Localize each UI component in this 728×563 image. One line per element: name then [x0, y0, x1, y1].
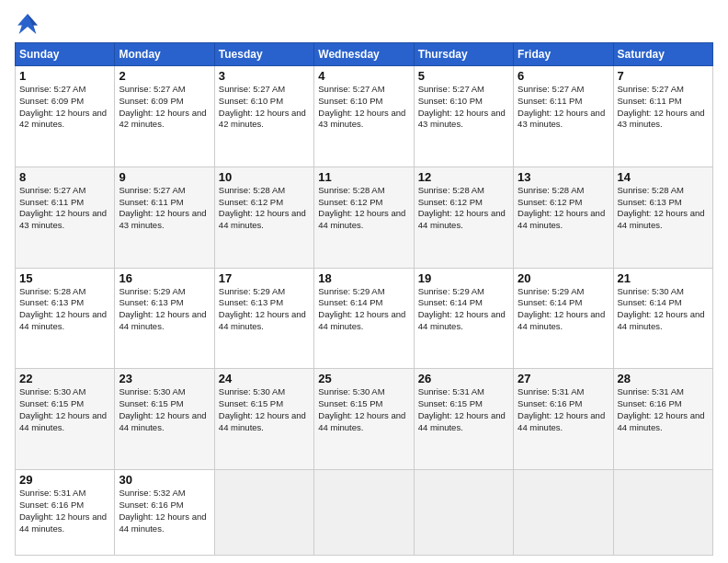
cell-content: Sunrise: 5:28 AM Sunset: 6:13 PM Dayligh…: [618, 185, 709, 232]
calendar-cell: 12 Sunrise: 5:28 AM Sunset: 6:12 PM Dayl…: [414, 167, 513, 268]
cell-content: Sunrise: 5:28 AM Sunset: 6:12 PM Dayligh…: [518, 185, 609, 232]
day-number: 24: [219, 372, 310, 385]
cell-content: Sunrise: 5:31 AM Sunset: 6:16 PM Dayligh…: [518, 386, 609, 433]
sunset: Sunset: 6:16 PM: [119, 500, 183, 510]
cell-content: Sunrise: 5:27 AM Sunset: 6:10 PM Dayligh…: [418, 84, 509, 131]
day-number: 3: [219, 69, 310, 83]
daylight: Daylight: 12 hours and 44 minutes.: [318, 208, 405, 230]
sunset: Sunset: 6:09 PM: [119, 96, 183, 106]
sunset: Sunset: 6:10 PM: [219, 96, 283, 106]
sunrise: Sunrise: 5:30 AM: [618, 286, 684, 296]
cell-content: Sunrise: 5:31 AM Sunset: 6:16 PM Dayligh…: [618, 386, 709, 433]
cell-content: Sunrise: 5:30 AM Sunset: 6:15 PM Dayligh…: [219, 386, 310, 433]
calendar-cell: 2 Sunrise: 5:27 AM Sunset: 6:09 PM Dayli…: [115, 66, 214, 167]
day-number: 18: [318, 271, 409, 285]
cell-content: Sunrise: 5:27 AM Sunset: 6:09 PM Dayligh…: [19, 84, 110, 131]
cell-content: Sunrise: 5:30 AM Sunset: 6:15 PM Dayligh…: [119, 386, 210, 433]
calendar-cell: 3 Sunrise: 5:27 AM Sunset: 6:10 PM Dayli…: [214, 66, 313, 167]
cell-content: Sunrise: 5:28 AM Sunset: 6:12 PM Dayligh…: [318, 185, 409, 232]
cell-content: Sunrise: 5:30 AM Sunset: 6:14 PM Dayligh…: [618, 286, 709, 333]
calendar-week-row: 15 Sunrise: 5:28 AM Sunset: 6:13 PM Dayl…: [16, 268, 713, 369]
sunset: Sunset: 6:14 PM: [518, 297, 582, 307]
day-header-friday: Friday: [514, 43, 613, 66]
sunrise: Sunrise: 5:27 AM: [119, 185, 185, 195]
cell-content: Sunrise: 5:32 AM Sunset: 6:16 PM Dayligh…: [119, 488, 210, 534]
calendar-cell: 10 Sunrise: 5:28 AM Sunset: 6:12 PM Dayl…: [214, 167, 313, 268]
sunrise: Sunrise: 5:32 AM: [119, 488, 185, 498]
calendar-cell: 11 Sunrise: 5:28 AM Sunset: 6:12 PM Dayl…: [314, 167, 414, 268]
sunrise: Sunrise: 5:29 AM: [219, 286, 285, 296]
day-header-monday: Monday: [115, 43, 214, 66]
daylight: Daylight: 12 hours and 44 minutes.: [618, 208, 705, 230]
sunset: Sunset: 6:14 PM: [418, 297, 483, 307]
calendar-cell: [514, 470, 613, 556]
day-number: 5: [418, 69, 509, 83]
day-header-tuesday: Tuesday: [214, 43, 313, 66]
sunrise: Sunrise: 5:29 AM: [418, 286, 484, 296]
daylight: Daylight: 12 hours and 42 minutes.: [119, 108, 206, 130]
daylight: Daylight: 12 hours and 44 minutes.: [19, 511, 107, 534]
cell-content: Sunrise: 5:29 AM Sunset: 6:14 PM Dayligh…: [418, 286, 509, 333]
daylight: Daylight: 12 hours and 44 minutes.: [318, 309, 405, 331]
daylight: Daylight: 12 hours and 42 minutes.: [219, 108, 306, 130]
cell-content: Sunrise: 5:29 AM Sunset: 6:14 PM Dayligh…: [518, 286, 609, 333]
cell-content: Sunrise: 5:29 AM Sunset: 6:13 PM Dayligh…: [119, 286, 210, 333]
day-number: 20: [518, 271, 609, 285]
sunrise: Sunrise: 5:28 AM: [19, 286, 85, 296]
calendar-cell: 25 Sunrise: 5:30 AM Sunset: 6:15 PM Dayl…: [314, 369, 414, 470]
daylight: Daylight: 12 hours and 43 minutes.: [618, 108, 705, 130]
sunset: Sunset: 6:10 PM: [418, 96, 483, 106]
sunrise: Sunrise: 5:27 AM: [19, 185, 85, 195]
day-number: 23: [119, 372, 210, 385]
day-number: 16: [119, 271, 210, 285]
cell-content: Sunrise: 5:28 AM Sunset: 6:12 PM Dayligh…: [418, 185, 509, 232]
sunset: Sunset: 6:11 PM: [119, 197, 183, 207]
sunset: Sunset: 6:15 PM: [318, 398, 382, 408]
day-number: 25: [318, 372, 409, 385]
calendar-week-row: 8 Sunrise: 5:27 AM Sunset: 6:11 PM Dayli…: [16, 167, 713, 268]
daylight: Daylight: 12 hours and 44 minutes.: [518, 208, 605, 230]
daylight: Daylight: 12 hours and 42 minutes.: [19, 108, 107, 130]
calendar-cell: 9 Sunrise: 5:27 AM Sunset: 6:11 PM Dayli…: [115, 167, 214, 268]
calendar-cell: 19 Sunrise: 5:29 AM Sunset: 6:14 PM Dayl…: [414, 268, 513, 369]
day-number: 6: [518, 69, 609, 83]
sunrise: Sunrise: 5:31 AM: [19, 488, 85, 498]
cell-content: Sunrise: 5:27 AM Sunset: 6:11 PM Dayligh…: [19, 185, 110, 232]
daylight: Daylight: 12 hours and 44 minutes.: [219, 208, 306, 230]
calendar-cell: 23 Sunrise: 5:30 AM Sunset: 6:15 PM Dayl…: [115, 369, 214, 470]
calendar-cell: 29 Sunrise: 5:31 AM Sunset: 6:16 PM Dayl…: [16, 470, 115, 556]
cell-content: Sunrise: 5:28 AM Sunset: 6:13 PM Dayligh…: [19, 286, 110, 333]
sunrise: Sunrise: 5:31 AM: [418, 386, 484, 396]
sunrise: Sunrise: 5:31 AM: [618, 386, 684, 396]
sunrise: Sunrise: 5:31 AM: [518, 386, 584, 396]
sunset: Sunset: 6:13 PM: [219, 297, 283, 307]
sunset: Sunset: 6:13 PM: [19, 297, 84, 307]
calendar-cell: 30 Sunrise: 5:32 AM Sunset: 6:16 PM Dayl…: [115, 470, 214, 556]
daylight: Daylight: 12 hours and 44 minutes.: [119, 410, 206, 432]
daylight: Daylight: 12 hours and 44 minutes.: [518, 410, 605, 432]
sunrise: Sunrise: 5:27 AM: [418, 84, 484, 94]
daylight: Daylight: 12 hours and 44 minutes.: [618, 309, 705, 331]
sunset: Sunset: 6:11 PM: [618, 96, 682, 106]
sunset: Sunset: 6:15 PM: [418, 398, 483, 408]
day-number: 14: [618, 170, 709, 184]
sunrise: Sunrise: 5:28 AM: [318, 185, 384, 195]
calendar-cell: 7 Sunrise: 5:27 AM Sunset: 6:11 PM Dayli…: [613, 66, 712, 167]
daylight: Daylight: 12 hours and 44 minutes.: [418, 309, 506, 331]
calendar-cell: 21 Sunrise: 5:30 AM Sunset: 6:14 PM Dayl…: [613, 268, 712, 369]
day-number: 29: [19, 473, 110, 487]
day-number: 9: [119, 170, 210, 184]
sunset: Sunset: 6:12 PM: [219, 197, 283, 207]
calendar-cell: 1 Sunrise: 5:27 AM Sunset: 6:09 PM Dayli…: [16, 66, 115, 167]
cell-content: Sunrise: 5:27 AM Sunset: 6:10 PM Dayligh…: [318, 84, 409, 131]
sunrise: Sunrise: 5:27 AM: [219, 84, 285, 94]
day-number: 12: [418, 170, 509, 184]
day-number: 7: [618, 69, 709, 83]
cell-content: Sunrise: 5:31 AM Sunset: 6:15 PM Dayligh…: [418, 386, 509, 433]
sunset: Sunset: 6:11 PM: [19, 197, 84, 207]
sunset: Sunset: 6:14 PM: [618, 297, 682, 307]
day-number: 8: [19, 170, 110, 184]
sunset: Sunset: 6:15 PM: [19, 398, 84, 408]
daylight: Daylight: 12 hours and 44 minutes.: [19, 309, 107, 331]
daylight: Daylight: 12 hours and 43 minutes.: [418, 108, 506, 130]
